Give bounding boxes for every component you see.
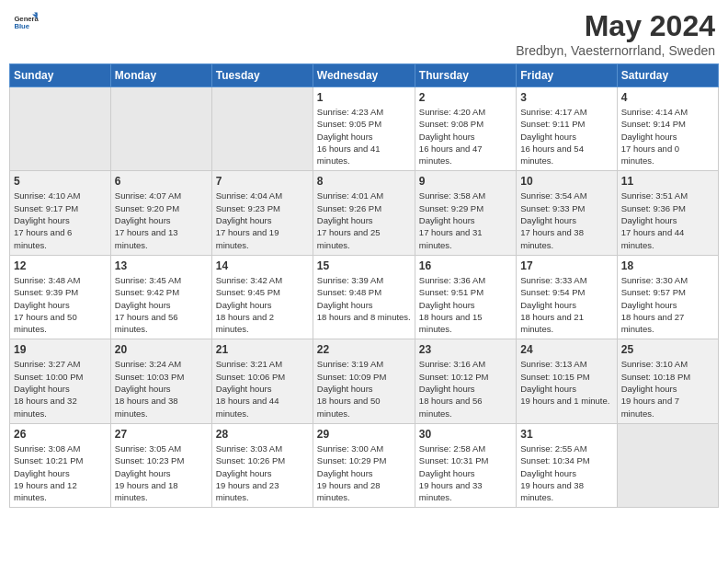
- calendar-cell: [211, 87, 313, 171]
- calendar-cell: 26Sunrise: 3:08 AMSunset: 10:21 PMDaylig…: [10, 423, 111, 507]
- day-number: 30: [419, 428, 512, 441]
- calendar-week-row: 19Sunrise: 3:27 AMSunset: 10:00 PMDaylig…: [10, 339, 719, 423]
- calendar-cell: 16Sunrise: 3:36 AMSunset: 9:51 PMDayligh…: [415, 255, 516, 339]
- calendar-cell: 1Sunrise: 4:23 AMSunset: 9:05 PMDaylight…: [313, 87, 415, 171]
- calendar-cell: 8Sunrise: 4:01 AMSunset: 9:26 PMDaylight…: [313, 171, 415, 255]
- calendar-cell: 3Sunrise: 4:17 AMSunset: 9:11 PMDaylight…: [517, 87, 617, 171]
- day-number: 3: [520, 91, 612, 104]
- weekday-header-saturday: Saturday: [617, 64, 718, 87]
- day-info: Sunrise: 3:00 AMSunset: 10:29 PMDaylight…: [317, 442, 411, 503]
- day-info: Sunrise: 2:55 AMSunset: 10:34 PMDaylight…: [520, 442, 612, 503]
- calendar-cell: 17Sunrise: 3:33 AMSunset: 9:54 PMDayligh…: [517, 255, 617, 339]
- day-number: 21: [216, 343, 309, 356]
- day-number: 12: [14, 259, 107, 272]
- day-number: 7: [216, 175, 309, 188]
- calendar-cell: [10, 87, 111, 171]
- page-header: General Blue May 2024 Bredbyn, Vaesterno…: [9, 9, 719, 58]
- weekday-header-tuesday: Tuesday: [211, 64, 313, 87]
- day-number: 22: [317, 343, 411, 356]
- calendar-cell: 7Sunrise: 4:04 AMSunset: 9:23 PMDaylight…: [211, 171, 313, 255]
- day-number: 18: [621, 259, 714, 272]
- day-number: 9: [419, 175, 512, 188]
- day-number: 2: [419, 91, 512, 104]
- calendar-cell: 30Sunrise: 2:58 AMSunset: 10:31 PMDaylig…: [415, 423, 516, 507]
- calendar-body: 1Sunrise: 4:23 AMSunset: 9:05 PMDaylight…: [10, 87, 719, 508]
- day-info: Sunrise: 3:08 AMSunset: 10:21 PMDaylight…: [14, 442, 107, 503]
- day-info: Sunrise: 2:58 AMSunset: 10:31 PMDaylight…: [419, 442, 512, 503]
- title-area: May 2024 Bredbyn, Vaesternorrland, Swede…: [516, 9, 715, 58]
- calendar-cell: 2Sunrise: 4:20 AMSunset: 9:08 PMDaylight…: [415, 87, 516, 171]
- day-info: Sunrise: 3:16 AMSunset: 10:12 PMDaylight…: [419, 358, 512, 419]
- day-number: 24: [520, 343, 612, 356]
- day-info: Sunrise: 3:13 AMSunset: 10:15 PMDaylight…: [520, 358, 612, 407]
- day-info: Sunrise: 3:39 AMSunset: 9:48 PMDaylight …: [317, 274, 411, 323]
- day-number: 13: [115, 259, 208, 272]
- day-info: Sunrise: 3:30 AMSunset: 9:57 PMDaylight …: [621, 274, 714, 335]
- day-info: Sunrise: 3:05 AMSunset: 10:23 PMDaylight…: [115, 442, 208, 503]
- day-number: 26: [14, 428, 107, 441]
- day-info: Sunrise: 3:51 AMSunset: 9:36 PMDaylight …: [621, 190, 714, 250]
- calendar-cell: 13Sunrise: 3:45 AMSunset: 9:42 PMDayligh…: [110, 255, 211, 339]
- calendar-cell: [617, 423, 718, 507]
- day-info: Sunrise: 3:19 AMSunset: 10:09 PMDaylight…: [317, 358, 411, 419]
- day-number: 23: [419, 343, 512, 356]
- calendar-cell: [110, 87, 211, 171]
- day-info: Sunrise: 3:21 AMSunset: 10:06 PMDaylight…: [216, 358, 309, 419]
- day-info: Sunrise: 4:23 AMSunset: 9:05 PMDaylight …: [317, 106, 411, 167]
- day-info: Sunrise: 3:36 AMSunset: 9:51 PMDaylight …: [419, 274, 512, 335]
- day-info: Sunrise: 3:24 AMSunset: 10:03 PMDaylight…: [115, 358, 208, 419]
- calendar-cell: 5Sunrise: 4:10 AMSunset: 9:17 PMDaylight…: [10, 171, 111, 255]
- location-title: Bredbyn, Vaesternorrland, Sweden: [516, 43, 715, 58]
- weekday-header-friday: Friday: [517, 64, 617, 87]
- calendar-cell: 24Sunrise: 3:13 AMSunset: 10:15 PMDaylig…: [517, 339, 617, 423]
- day-info: Sunrise: 3:42 AMSunset: 9:45 PMDaylight …: [216, 274, 309, 335]
- calendar-table: SundayMondayTuesdayWednesdayThursdayFrid…: [9, 63, 719, 508]
- day-number: 31: [520, 428, 612, 441]
- day-number: 14: [216, 259, 309, 272]
- day-number: 28: [216, 428, 309, 441]
- calendar-cell: 11Sunrise: 3:51 AMSunset: 9:36 PMDayligh…: [617, 171, 718, 255]
- day-number: 27: [115, 428, 208, 441]
- day-info: Sunrise: 4:01 AMSunset: 9:26 PMDaylight …: [317, 190, 411, 250]
- calendar-cell: 28Sunrise: 3:03 AMSunset: 10:26 PMDaylig…: [211, 423, 313, 507]
- day-info: Sunrise: 4:20 AMSunset: 9:08 PMDaylight …: [419, 106, 512, 167]
- day-number: 29: [317, 428, 411, 441]
- calendar-week-row: 26Sunrise: 3:08 AMSunset: 10:21 PMDaylig…: [10, 423, 719, 507]
- day-number: 25: [621, 343, 714, 356]
- day-number: 11: [621, 175, 714, 188]
- day-number: 17: [520, 259, 612, 272]
- day-number: 16: [419, 259, 512, 272]
- calendar-cell: 9Sunrise: 3:58 AMSunset: 9:29 PMDaylight…: [415, 171, 516, 255]
- calendar-cell: 27Sunrise: 3:05 AMSunset: 10:23 PMDaylig…: [110, 423, 211, 507]
- day-info: Sunrise: 3:27 AMSunset: 10:00 PMDaylight…: [14, 358, 107, 419]
- day-info: Sunrise: 4:04 AMSunset: 9:23 PMDaylight …: [216, 190, 309, 250]
- day-info: Sunrise: 4:10 AMSunset: 9:17 PMDaylight …: [14, 190, 107, 250]
- month-title: May 2024: [516, 9, 715, 43]
- day-number: 5: [14, 175, 107, 188]
- calendar-week-row: 5Sunrise: 4:10 AMSunset: 9:17 PMDaylight…: [10, 171, 719, 255]
- calendar-cell: 31Sunrise: 2:55 AMSunset: 10:34 PMDaylig…: [517, 423, 617, 507]
- day-info: Sunrise: 4:07 AMSunset: 9:20 PMDaylight …: [115, 190, 208, 250]
- weekday-header-thursday: Thursday: [415, 64, 516, 87]
- day-info: Sunrise: 3:54 AMSunset: 9:33 PMDaylight …: [520, 190, 612, 250]
- weekday-header-monday: Monday: [110, 64, 211, 87]
- logo-icon: General Blue: [13, 9, 39, 35]
- day-number: 6: [115, 175, 208, 188]
- weekday-header-sunday: Sunday: [10, 64, 111, 87]
- calendar-cell: 19Sunrise: 3:27 AMSunset: 10:00 PMDaylig…: [10, 339, 111, 423]
- day-info: Sunrise: 3:33 AMSunset: 9:54 PMDaylight …: [520, 274, 612, 335]
- calendar-cell: 10Sunrise: 3:54 AMSunset: 9:33 PMDayligh…: [517, 171, 617, 255]
- weekday-header-wednesday: Wednesday: [313, 64, 415, 87]
- day-info: Sunrise: 3:10 AMSunset: 10:18 PMDaylight…: [621, 358, 714, 419]
- calendar-cell: 4Sunrise: 4:14 AMSunset: 9:14 PMDaylight…: [617, 87, 718, 171]
- calendar-cell: 21Sunrise: 3:21 AMSunset: 10:06 PMDaylig…: [211, 339, 313, 423]
- day-number: 20: [115, 343, 208, 356]
- svg-text:Blue: Blue: [14, 22, 29, 30]
- day-number: 19: [14, 343, 107, 356]
- day-info: Sunrise: 3:48 AMSunset: 9:39 PMDaylight …: [14, 274, 107, 335]
- calendar-cell: 23Sunrise: 3:16 AMSunset: 10:12 PMDaylig…: [415, 339, 516, 423]
- day-number: 8: [317, 175, 411, 188]
- day-info: Sunrise: 3:45 AMSunset: 9:42 PMDaylight …: [115, 274, 208, 335]
- calendar-cell: 29Sunrise: 3:00 AMSunset: 10:29 PMDaylig…: [313, 423, 415, 507]
- calendar-cell: 18Sunrise: 3:30 AMSunset: 9:57 PMDayligh…: [617, 255, 718, 339]
